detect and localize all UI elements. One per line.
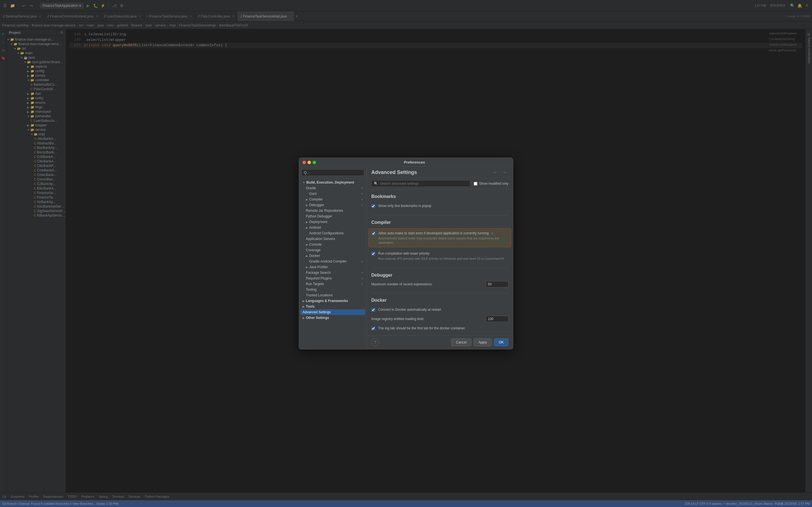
compiler-title: Compiler bbox=[371, 220, 508, 225]
nav-badge-debugger: ≡ bbox=[362, 204, 363, 207]
docker-restart-checkbox[interactable] bbox=[371, 308, 375, 312]
dialog-title: Preferences bbox=[319, 160, 509, 164]
nav-arrow-docker: ▶ bbox=[306, 255, 308, 258]
settings-search-input[interactable] bbox=[380, 182, 468, 185]
restore-icon[interactable]: ↺ bbox=[491, 232, 493, 235]
nav-item-run-targets[interactable]: Run Targets ≡ bbox=[300, 281, 365, 287]
nav-item-android-configs[interactable]: Android Configurations bbox=[300, 230, 365, 236]
nav-item-other[interactable]: ▶ Other Settings bbox=[300, 315, 365, 321]
image-registry-label: Image registry entities loading limit: bbox=[371, 317, 483, 321]
nav-item-tools[interactable]: ▶ Tools bbox=[300, 304, 365, 309]
bookmarks-section: Bookmarks Show only line bookmarks in po… bbox=[371, 194, 508, 210]
preferences-dialog: Preferences ▼ Build, Execution, Deployme… bbox=[299, 158, 513, 349]
nav-item-remote-jar[interactable]: Remote Jar Repositories bbox=[300, 208, 365, 214]
cancel-button[interactable]: Cancel bbox=[451, 338, 471, 346]
bookmarks-popup-checkbox[interactable] bbox=[371, 204, 375, 208]
nav-label-trusted: Trusted Locations bbox=[306, 293, 363, 297]
apply-button[interactable]: Apply bbox=[474, 338, 492, 346]
nav-item-debugger[interactable]: ▶ Debugger ≡ bbox=[300, 202, 365, 208]
auto-make-checkbox[interactable] bbox=[372, 231, 376, 235]
run-compilation-text: Run compilation with lower priority Run … bbox=[378, 251, 508, 261]
modal-overlay: Preferences ▼ Build, Execution, Deployme… bbox=[0, 0, 812, 507]
nav-item-deployment[interactable]: ▶ Deployment bbox=[300, 219, 365, 225]
nav-label-app-servers: Application Servers bbox=[306, 237, 363, 241]
run-compilation-label: Run compilation with lower priority bbox=[378, 251, 508, 256]
setting-image-registry: Image registry entities loading limit: bbox=[371, 316, 508, 322]
nav-label-gradle-android: Gradle-Android Compiler bbox=[309, 260, 362, 263]
divider-3 bbox=[371, 293, 508, 293]
nav-item-gradle-android[interactable]: Gradle-Android Compiler ≡ bbox=[300, 259, 365, 264]
nav-arrow-deployment: ▶ bbox=[306, 221, 308, 224]
nav-item-required-plugins[interactable]: Required Plugins ≡ bbox=[300, 276, 365, 281]
ok-button[interactable]: OK bbox=[494, 338, 508, 346]
nav-label-python-debugger: Python Debugger bbox=[306, 214, 363, 218]
nav-label-gradle: Gradle bbox=[306, 186, 362, 190]
traffic-lights bbox=[303, 161, 316, 164]
nav-item-android[interactable]: ▶ Android bbox=[300, 225, 365, 230]
nav-label-other: Other Settings bbox=[306, 316, 363, 320]
max-expressions-input[interactable] bbox=[486, 281, 508, 287]
footer-buttons: Cancel Apply OK bbox=[451, 338, 508, 346]
nav-item-java-profiler[interactable]: ▶ Java Profiler bbox=[300, 264, 365, 270]
nav-label-advanced: Advanced Settings bbox=[303, 310, 363, 314]
nav-search-input[interactable] bbox=[301, 169, 364, 176]
setting-run-compilation: Run compilation with lower priority Run … bbox=[371, 250, 508, 262]
content-title: Advanced Settings bbox=[371, 169, 491, 175]
run-compilation-checkbox[interactable] bbox=[371, 252, 375, 256]
nav-item-coverage[interactable]: Coverage bbox=[300, 247, 365, 253]
log-tab-text: The log tab should be the first tab for … bbox=[378, 326, 508, 331]
nav-badge-gradle: ≡ bbox=[362, 187, 363, 190]
log-tab-label: The log tab should be the first tab for … bbox=[378, 326, 508, 331]
nav-arrow-android: ▶ bbox=[306, 226, 308, 229]
nav-item-python-debugger[interactable]: Python Debugger bbox=[300, 214, 365, 219]
nav-item-build[interactable]: ▼ Build, Execution, Deployment bbox=[300, 180, 365, 185]
image-registry-input[interactable] bbox=[486, 316, 508, 322]
nav-item-gant[interactable]: Gant ≡ bbox=[300, 191, 365, 196]
debugger-title: Debugger bbox=[371, 273, 508, 278]
nav-search bbox=[299, 167, 367, 178]
nav-label-console: Console bbox=[309, 242, 363, 246]
show-modified-container: Show modified only bbox=[474, 182, 508, 185]
nav-panel: ▼ Build, Execution, Deployment Gradle ≡ … bbox=[299, 167, 367, 349]
maximize-button[interactable] bbox=[313, 161, 316, 164]
nav-label-remote-jar: Remote Jar Repositories bbox=[306, 209, 363, 213]
bookmarks-title: Bookmarks bbox=[371, 194, 508, 199]
nav-item-advanced[interactable]: Advanced Settings bbox=[300, 309, 365, 315]
dialog-titlebar: Preferences bbox=[299, 158, 513, 167]
run-compilation-desc: Run external JPS process with IDLE prior… bbox=[378, 257, 508, 261]
show-modified-checkbox[interactable] bbox=[474, 182, 477, 185]
help-button[interactable]: ? bbox=[371, 338, 379, 346]
auto-make-text: Allow auto-make to start even if develop… bbox=[378, 231, 508, 245]
max-expressions-label: Maximum number of recent expressions: bbox=[371, 282, 483, 286]
nav-arrow-build: ▼ bbox=[303, 181, 305, 184]
nav-item-gradle[interactable]: Gradle ≡ bbox=[300, 185, 365, 191]
nav-item-console[interactable]: ▶ Console bbox=[300, 242, 365, 247]
nav-badge-gradle-android: ≡ bbox=[362, 260, 363, 263]
content-search-bar: 🔍 Show modified only bbox=[367, 178, 513, 189]
bookmarks-popup-label: Show only line bookmarks in popup bbox=[378, 204, 508, 208]
nav-label-debugger: Debugger bbox=[309, 203, 362, 207]
nav-label-deployment: Deployment bbox=[309, 220, 363, 224]
close-button[interactable] bbox=[303, 161, 306, 164]
auto-make-desc: Automatically started make may eventuall… bbox=[378, 236, 508, 245]
nav-item-package-search[interactable]: Package Search ≡ bbox=[300, 270, 365, 276]
nav-arrow-tools: ▶ bbox=[303, 305, 305, 308]
nav-back-button[interactable]: ← bbox=[491, 169, 499, 175]
log-tab-checkbox[interactable] bbox=[371, 327, 375, 331]
minimize-button[interactable] bbox=[308, 161, 311, 164]
nav-item-app-servers[interactable]: Application Servers bbox=[300, 236, 365, 242]
nav-badge-required-plugins: ≡ bbox=[362, 277, 363, 280]
nav-label-build: Build, Execution, Deployment bbox=[307, 180, 363, 184]
nav-item-compiler[interactable]: ▶ Compiler ≡ bbox=[300, 196, 365, 202]
nav-item-languages[interactable]: ▶ Languages & Frameworks bbox=[300, 298, 365, 304]
auto-make-label: Allow auto-make to start even if develop… bbox=[378, 231, 508, 236]
nav-item-docker[interactable]: ▶ Docker bbox=[300, 253, 365, 259]
nav-forward-button[interactable]: → bbox=[500, 169, 508, 175]
nav-item-trusted[interactable]: Trusted Locations bbox=[300, 292, 365, 298]
setting-docker-restart: Connect to Docker automatically at resta… bbox=[371, 306, 508, 313]
show-modified-label: Show modified only bbox=[479, 182, 508, 185]
nav-badge-compiler: ≡ bbox=[362, 198, 363, 201]
nav-arrow-languages: ▶ bbox=[303, 299, 305, 302]
nav-item-testing[interactable]: Testing bbox=[300, 287, 365, 292]
content-panel: Advanced Settings ← → 🔍 Show modified on… bbox=[367, 167, 513, 349]
